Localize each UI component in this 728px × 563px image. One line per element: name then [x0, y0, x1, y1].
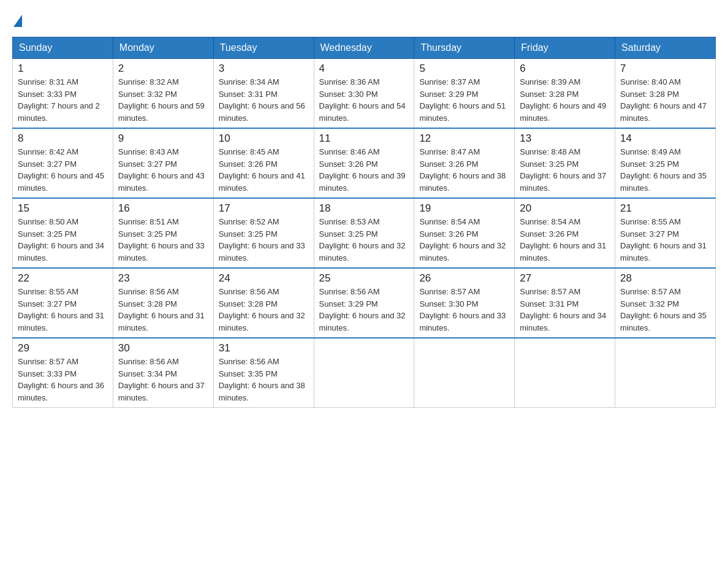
day-info: Sunrise: 8:37 AMSunset: 3:29 PMDaylight:… — [419, 77, 506, 123]
calendar-header-row: SundayMondayTuesdayWednesdayThursdayFrid… — [13, 37, 716, 59]
day-info: Sunrise: 8:50 AMSunset: 3:25 PMDaylight:… — [18, 217, 104, 262]
day-info: Sunrise: 8:57 AMSunset: 3:32 PMDaylight:… — [620, 287, 707, 332]
day-info: Sunrise: 8:36 AMSunset: 3:30 PMDaylight:… — [319, 77, 406, 123]
calendar-table: SundayMondayTuesdayWednesdayThursdayFrid… — [12, 37, 716, 408]
calendar-cell: 30 Sunrise: 8:56 AMSunset: 3:34 PMDaylig… — [113, 338, 213, 408]
day-number: 10 — [219, 132, 309, 145]
week-row-4: 22 Sunrise: 8:55 AMSunset: 3:27 PMDaylig… — [13, 268, 716, 338]
day-number: 12 — [419, 132, 509, 145]
calendar-cell: 8 Sunrise: 8:42 AMSunset: 3:27 PMDayligh… — [13, 128, 113, 198]
week-row-5: 29 Sunrise: 8:57 AMSunset: 3:33 PMDaylig… — [13, 338, 716, 408]
calendar-cell: 15 Sunrise: 8:50 AMSunset: 3:25 PMDaylig… — [13, 198, 113, 268]
day-number: 23 — [118, 272, 208, 285]
day-info: Sunrise: 8:55 AMSunset: 3:27 PMDaylight:… — [18, 287, 104, 332]
day-info: Sunrise: 8:43 AMSunset: 3:27 PMDaylight:… — [118, 147, 205, 193]
calendar-cell: 25 Sunrise: 8:56 AMSunset: 3:29 PMDaylig… — [314, 268, 414, 338]
calendar-cell — [615, 338, 716, 408]
day-info: Sunrise: 8:57 AMSunset: 3:30 PMDaylight:… — [419, 287, 506, 332]
calendar-cell: 5 Sunrise: 8:37 AMSunset: 3:29 PMDayligh… — [414, 59, 515, 129]
day-info: Sunrise: 8:42 AMSunset: 3:27 PMDaylight:… — [18, 147, 104, 193]
day-number: 2 — [118, 63, 208, 75]
header-sunday: Sunday — [13, 37, 113, 59]
day-info: Sunrise: 8:49 AMSunset: 3:25 PMDaylight:… — [620, 147, 707, 193]
day-info: Sunrise: 8:57 AMSunset: 3:33 PMDaylight:… — [18, 357, 104, 402]
day-number: 11 — [319, 132, 409, 145]
calendar-cell: 23 Sunrise: 8:56 AMSunset: 3:28 PMDaylig… — [113, 268, 213, 338]
day-number: 3 — [219, 63, 309, 75]
week-row-1: 1 Sunrise: 8:31 AMSunset: 3:33 PMDayligh… — [13, 59, 716, 129]
calendar-cell: 1 Sunrise: 8:31 AMSunset: 3:33 PMDayligh… — [13, 59, 113, 129]
calendar-cell: 24 Sunrise: 8:56 AMSunset: 3:28 PMDaylig… — [213, 268, 314, 338]
header-friday: Friday — [515, 37, 615, 59]
calendar-cell: 9 Sunrise: 8:43 AMSunset: 3:27 PMDayligh… — [113, 128, 213, 198]
page-header — [12, 12, 716, 27]
day-info: Sunrise: 8:34 AMSunset: 3:31 PMDaylight:… — [219, 77, 305, 123]
logo-triangle-icon — [13, 15, 22, 27]
calendar-cell: 20 Sunrise: 8:54 AMSunset: 3:26 PMDaylig… — [515, 198, 615, 268]
header-tuesday: Tuesday — [213, 37, 314, 59]
calendar-cell — [414, 338, 515, 408]
calendar-cell: 28 Sunrise: 8:57 AMSunset: 3:32 PMDaylig… — [615, 268, 716, 338]
logo — [12, 17, 22, 27]
header-monday: Monday — [113, 37, 213, 59]
calendar-cell: 17 Sunrise: 8:52 AMSunset: 3:25 PMDaylig… — [213, 198, 314, 268]
day-number: 6 — [520, 63, 610, 75]
header-saturday: Saturday — [615, 37, 716, 59]
day-info: Sunrise: 8:48 AMSunset: 3:25 PMDaylight:… — [520, 147, 606, 193]
calendar-cell: 19 Sunrise: 8:54 AMSunset: 3:26 PMDaylig… — [414, 198, 515, 268]
header-wednesday: Wednesday — [314, 37, 414, 59]
calendar-cell: 7 Sunrise: 8:40 AMSunset: 3:28 PMDayligh… — [615, 59, 716, 129]
calendar-cell: 14 Sunrise: 8:49 AMSunset: 3:25 PMDaylig… — [615, 128, 716, 198]
day-info: Sunrise: 8:56 AMSunset: 3:28 PMDaylight:… — [118, 287, 205, 332]
day-number: 5 — [419, 63, 509, 75]
week-row-3: 15 Sunrise: 8:50 AMSunset: 3:25 PMDaylig… — [13, 198, 716, 268]
day-info: Sunrise: 8:51 AMSunset: 3:25 PMDaylight:… — [118, 217, 205, 262]
calendar-cell: 13 Sunrise: 8:48 AMSunset: 3:25 PMDaylig… — [515, 128, 615, 198]
day-info: Sunrise: 8:31 AMSunset: 3:33 PMDaylight:… — [18, 77, 100, 123]
calendar-cell: 31 Sunrise: 8:56 AMSunset: 3:35 PMDaylig… — [213, 338, 314, 408]
day-info: Sunrise: 8:54 AMSunset: 3:26 PMDaylight:… — [419, 217, 506, 262]
day-number: 16 — [118, 202, 208, 215]
calendar-cell: 27 Sunrise: 8:57 AMSunset: 3:31 PMDaylig… — [515, 268, 615, 338]
day-number: 7 — [620, 63, 710, 75]
day-number: 31 — [219, 342, 309, 354]
calendar-cell: 6 Sunrise: 8:39 AMSunset: 3:28 PMDayligh… — [515, 59, 615, 129]
day-info: Sunrise: 8:39 AMSunset: 3:28 PMDaylight:… — [520, 77, 606, 123]
day-number: 30 — [118, 342, 208, 354]
calendar-cell: 16 Sunrise: 8:51 AMSunset: 3:25 PMDaylig… — [113, 198, 213, 268]
day-number: 13 — [520, 132, 610, 145]
day-info: Sunrise: 8:40 AMSunset: 3:28 PMDaylight:… — [620, 77, 707, 123]
calendar-cell: 26 Sunrise: 8:57 AMSunset: 3:30 PMDaylig… — [414, 268, 515, 338]
calendar-cell: 3 Sunrise: 8:34 AMSunset: 3:31 PMDayligh… — [213, 59, 314, 129]
day-number: 29 — [18, 342, 108, 354]
day-number: 17 — [219, 202, 309, 215]
week-row-2: 8 Sunrise: 8:42 AMSunset: 3:27 PMDayligh… — [13, 128, 716, 198]
logo-general — [12, 17, 22, 29]
calendar-cell — [515, 338, 615, 408]
day-info: Sunrise: 8:52 AMSunset: 3:25 PMDaylight:… — [219, 217, 305, 262]
day-number: 18 — [319, 202, 409, 215]
day-info: Sunrise: 8:54 AMSunset: 3:26 PMDaylight:… — [520, 217, 606, 262]
day-info: Sunrise: 8:56 AMSunset: 3:34 PMDaylight:… — [118, 357, 205, 402]
day-number: 21 — [620, 202, 710, 215]
day-number: 14 — [620, 132, 710, 145]
day-number: 25 — [319, 272, 409, 285]
day-info: Sunrise: 8:53 AMSunset: 3:25 PMDaylight:… — [319, 217, 406, 262]
day-info: Sunrise: 8:55 AMSunset: 3:27 PMDaylight:… — [620, 217, 707, 262]
day-info: Sunrise: 8:56 AMSunset: 3:35 PMDaylight:… — [219, 357, 305, 402]
calendar-cell: 4 Sunrise: 8:36 AMSunset: 3:30 PMDayligh… — [314, 59, 414, 129]
calendar-cell: 11 Sunrise: 8:46 AMSunset: 3:26 PMDaylig… — [314, 128, 414, 198]
day-number: 20 — [520, 202, 610, 215]
calendar-cell: 2 Sunrise: 8:32 AMSunset: 3:32 PMDayligh… — [113, 59, 213, 129]
day-info: Sunrise: 8:57 AMSunset: 3:31 PMDaylight:… — [520, 287, 606, 332]
calendar-cell — [314, 338, 414, 408]
day-info: Sunrise: 8:32 AMSunset: 3:32 PMDaylight:… — [118, 77, 205, 123]
day-number: 4 — [319, 63, 409, 75]
calendar-cell: 29 Sunrise: 8:57 AMSunset: 3:33 PMDaylig… — [13, 338, 113, 408]
day-number: 15 — [18, 202, 108, 215]
calendar-cell: 21 Sunrise: 8:55 AMSunset: 3:27 PMDaylig… — [615, 198, 716, 268]
calendar-cell: 12 Sunrise: 8:47 AMSunset: 3:26 PMDaylig… — [414, 128, 515, 198]
day-number: 28 — [620, 272, 710, 285]
calendar-cell: 10 Sunrise: 8:45 AMSunset: 3:26 PMDaylig… — [213, 128, 314, 198]
day-number: 19 — [419, 202, 509, 215]
